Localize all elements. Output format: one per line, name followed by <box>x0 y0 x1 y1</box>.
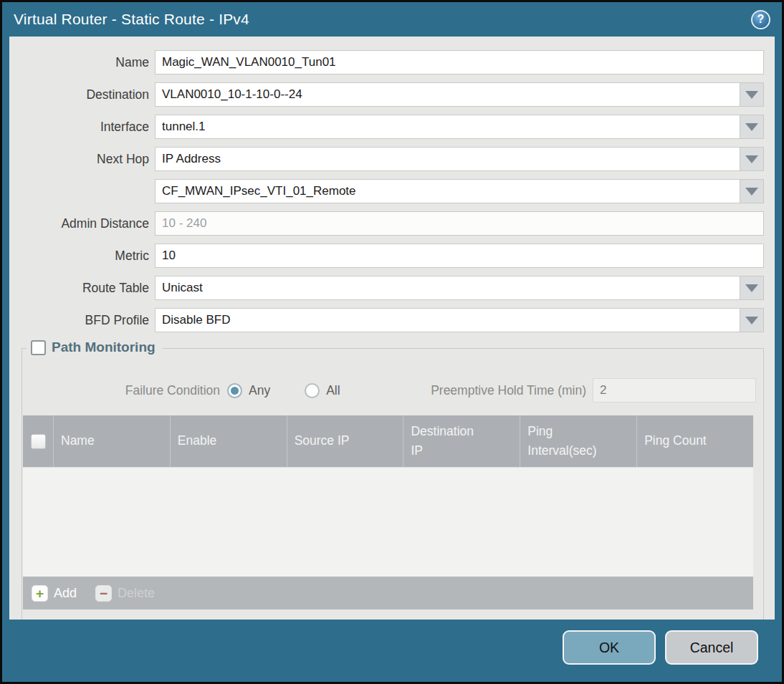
admin-distance-field <box>155 211 764 236</box>
column-header-name[interactable]: Name <box>53 415 170 467</box>
route-table-input[interactable] <box>156 276 740 299</box>
cancel-button[interactable]: Cancel <box>665 630 758 665</box>
metric-row: Metric <box>19 244 764 268</box>
bfd-profile-dropdown-button[interactable] <box>740 309 763 332</box>
next-hop-row: Next Hop <box>19 147 764 171</box>
destination-combo <box>155 82 764 107</box>
path-monitoring-title: Path Monitoring <box>52 339 156 355</box>
path-monitoring-table: Name Enable Source IP Destination IP Pin… <box>23 415 753 610</box>
help-icon[interactable]: ? <box>751 10 770 29</box>
column-header-ping-count[interactable]: Ping Count <box>636 415 753 467</box>
minus-icon: − <box>95 585 112 602</box>
preemptive-hold-time-label: Preemptive Hold Time (min) <box>431 383 593 398</box>
failure-condition-label: Failure Condition <box>22 383 227 398</box>
column-header-ping-interval[interactable]: Ping Interval(sec) <box>520 415 636 467</box>
destination-label: Destination <box>19 87 155 102</box>
next-hop-label: Next Hop <box>19 152 155 167</box>
path-monitoring-section: Path Monitoring Failure Condition Any Al… <box>21 348 764 620</box>
failure-condition-all-label: All <box>326 383 340 398</box>
bfd-profile-label: BFD Profile <box>19 313 155 328</box>
route-table-dropdown-button[interactable] <box>740 276 763 299</box>
table-body-empty[interactable] <box>23 467 753 577</box>
name-input[interactable] <box>155 50 764 74</box>
plus-icon: + <box>32 585 48 602</box>
route-table-label: Route Table <box>19 281 155 296</box>
path-monitoring-checkbox[interactable] <box>31 340 46 355</box>
select-all-checkbox[interactable] <box>31 434 46 449</box>
failure-condition-any-radio[interactable] <box>227 383 242 398</box>
metric-input[interactable] <box>155 244 764 268</box>
interface-row: Interface <box>19 115 764 139</box>
name-label: Name <box>19 55 155 70</box>
select-all-cell <box>23 415 53 467</box>
column-header-destination-ip[interactable]: Destination IP <box>403 415 520 467</box>
delete-button[interactable]: − Delete <box>95 585 155 602</box>
table-footer: + Add − Delete <box>23 577 753 610</box>
destination-dropdown-button[interactable] <box>740 83 763 106</box>
next-hop-dropdown-button[interactable] <box>740 148 763 170</box>
chevron-down-icon <box>745 317 758 324</box>
next-hop-address-combo <box>155 179 764 203</box>
add-button-label: Add <box>54 586 77 601</box>
bfd-profile-combo <box>155 308 764 332</box>
admin-distance-input[interactable] <box>155 211 764 236</box>
dialog-title: Virtual Router - Static Route - IPv4 <box>14 11 249 28</box>
dialog-titlebar: Virtual Router - Static Route - IPv4 ? <box>2 2 782 37</box>
dialog-footer: OK Cancel <box>2 620 782 682</box>
chevron-down-icon <box>745 123 758 131</box>
bfd-profile-input[interactable] <box>156 309 740 332</box>
next-hop-type-input[interactable] <box>156 148 740 170</box>
name-row: Name <box>19 50 764 74</box>
interface-combo <box>155 115 764 139</box>
destination-input[interactable] <box>156 83 740 106</box>
chevron-down-icon <box>745 91 758 99</box>
static-route-dialog: Virtual Router - Static Route - IPv4 ? N… <box>0 0 784 684</box>
chevron-down-icon <box>745 188 758 196</box>
failure-condition-all-radio[interactable] <box>305 383 320 398</box>
next-hop-combo <box>155 147 764 171</box>
ok-button[interactable]: OK <box>563 630 656 665</box>
path-monitoring-legend: Path Monitoring <box>27 339 163 355</box>
admin-distance-label: Admin Distance <box>19 216 155 231</box>
route-table-row: Route Table <box>19 276 764 300</box>
interface-dropdown-button[interactable] <box>740 115 763 138</box>
dialog-content: Name Destination Interface Next Hop <box>9 37 775 620</box>
add-button[interactable]: + Add <box>32 585 77 602</box>
table-header: Name Enable Source IP Destination IP Pin… <box>23 415 753 467</box>
bfd-profile-row: BFD Profile <box>19 308 764 332</box>
chevron-down-icon <box>745 284 758 292</box>
destination-row: Destination <box>19 82 764 107</box>
preemptive-hold-time-input[interactable] <box>593 378 756 403</box>
failure-condition-any-label: Any <box>249 383 270 398</box>
name-field <box>155 50 764 74</box>
next-hop-address-row <box>19 179 764 203</box>
route-table-combo <box>155 276 764 300</box>
column-header-enable[interactable]: Enable <box>170 415 287 467</box>
interface-input[interactable] <box>156 115 740 138</box>
delete-button-label: Delete <box>118 586 155 601</box>
metric-field <box>155 244 764 268</box>
column-header-source-ip[interactable]: Source IP <box>287 415 403 467</box>
admin-distance-row: Admin Distance <box>19 211 764 236</box>
metric-label: Metric <box>19 249 155 264</box>
failure-condition-row: Failure Condition Any All Preemptive Hol… <box>22 377 757 403</box>
next-hop-address-dropdown-button[interactable] <box>740 180 763 203</box>
interface-label: Interface <box>19 120 155 135</box>
next-hop-address-input[interactable] <box>156 180 740 203</box>
chevron-down-icon <box>745 155 758 163</box>
